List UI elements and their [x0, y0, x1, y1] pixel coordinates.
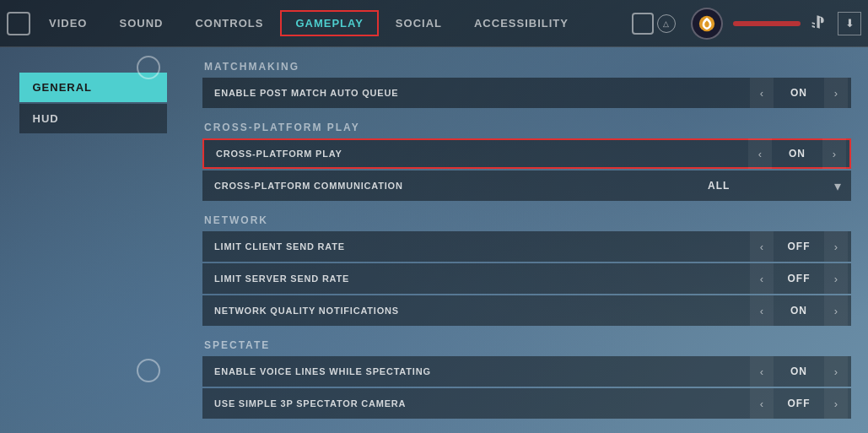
dropdown-arrow-cross-platform-communication[interactable]: ▾: [824, 170, 851, 201]
setting-label-limit-server-send-rate: LIMIT SERVER SEND RATE: [202, 273, 682, 284]
sidebar: GENERALHUD: [0, 47, 186, 433]
playstation-icon: [811, 14, 828, 34]
setting-label-enable-post-match-auto-queue: ENABLE POST MATCH AUTO QUEUE: [202, 88, 682, 98]
arrow-right-enable-voice-lines-while-spectating[interactable]: ›: [824, 356, 848, 387]
section-cross-platform-play: CROSS-PLATFORM PLAYCROSS-PLATFORM PLAY‹O…: [202, 122, 851, 201]
l1-badge[interactable]: [7, 12, 30, 35]
main-content: GENERALHUD MATCHMAKINGENABLE POST MATCH …: [0, 47, 868, 433]
setting-value-cross-platform-play: ON: [772, 148, 822, 160]
setting-control-limit-server-send-rate: ‹OFF›: [682, 263, 851, 294]
section-title-network: NETWORK: [202, 214, 851, 226]
nav-tab-sound[interactable]: SOUND: [104, 10, 178, 36]
setting-label-use-simple-3p-spectator-camera: USE SIMPLE 3P SPECTATOR CAMERA: [202, 398, 682, 409]
setting-value-cross-platform-communication: ALL: [682, 180, 824, 192]
nav-tab-gameplay[interactable]: GAMEPLAY: [280, 10, 378, 36]
setting-value-enable-post-match-auto-queue: ON: [774, 87, 824, 99]
section-title-matchmaking: MATCHMAKING: [202, 61, 851, 73]
arrow-right-limit-server-send-rate[interactable]: ›: [824, 263, 848, 294]
edit-button[interactable]: △: [657, 14, 681, 33]
arrow-right-limit-client-send-rate[interactable]: ›: [824, 231, 848, 262]
section-network: NETWORKLIMIT CLIENT SEND RATE‹OFF›LIMIT …: [202, 214, 851, 326]
nav-tab-accessibility[interactable]: ACCESSIBILITY: [459, 10, 584, 36]
setting-row-enable-voice-lines-while-spectating: ENABLE VOICE LINES WHILE SPECTATING‹ON›: [202, 356, 851, 387]
nav-tab-video[interactable]: VIDEO: [34, 10, 102, 36]
setting-row-cross-platform-play: CROSS-PLATFORM PLAY‹ON›: [202, 138, 851, 169]
arrow-right-cross-platform-play[interactable]: ›: [822, 138, 846, 169]
username-display: [733, 21, 801, 26]
section-title-cross-platform-play: CROSS-PLATFORM PLAY: [202, 122, 851, 133]
sidebar-item-hud[interactable]: HUD: [19, 104, 167, 133]
setting-label-network-quality-notifications: NETWORK QUALITY NOTIFICATIONS: [202, 306, 682, 316]
overwatch-logo: [691, 8, 723, 40]
setting-control-use-simple-3p-spectator-camera: ‹OFF›: [682, 388, 851, 419]
section-matchmaking: MATCHMAKINGENABLE POST MATCH AUTO QUEUE‹…: [202, 61, 851, 108]
arrow-left-use-simple-3p-spectator-camera[interactable]: ‹: [750, 388, 774, 419]
setting-label-cross-platform-play: CROSS-PLATFORM PLAY: [204, 149, 681, 159]
arrow-left-limit-server-send-rate[interactable]: ‹: [750, 263, 774, 294]
nav-right: △ ⬇: [657, 8, 861, 40]
setting-control-network-quality-notifications: ‹ON›: [682, 295, 851, 326]
setting-row-use-simple-3p-spectator-camera: USE SIMPLE 3P SPECTATOR CAMERA‹OFF›: [202, 388, 851, 419]
setting-row-limit-client-send-rate: LIMIT CLIENT SEND RATE‹OFF›: [202, 231, 851, 262]
setting-control-limit-client-send-rate: ‹OFF›: [682, 231, 851, 262]
setting-value-limit-server-send-rate: OFF: [774, 273, 824, 284]
download-icon[interactable]: ⬇: [838, 12, 861, 35]
setting-control-cross-platform-play: ‹ON›: [681, 138, 849, 169]
nav-bar: VIDEOSOUNDCONTROLSGAMEPLAYSOCIALACCESSIB…: [0, 0, 868, 47]
arrow-left-limit-client-send-rate[interactable]: ‹: [750, 231, 774, 262]
arrow-right-enable-post-match-auto-queue[interactable]: ›: [824, 78, 848, 108]
setting-value-network-quality-notifications: ON: [774, 305, 824, 317]
arrow-left-enable-voice-lines-while-spectating[interactable]: ‹: [750, 356, 774, 387]
triangle-icon: △: [657, 14, 676, 33]
setting-row-limit-server-send-rate: LIMIT SERVER SEND RATE‹OFF›: [202, 263, 851, 294]
setting-value-limit-client-send-rate: OFF: [774, 241, 824, 252]
setting-control-cross-platform-communication: ALL▾: [682, 170, 851, 201]
arrow-right-network-quality-notifications[interactable]: ›: [824, 295, 848, 326]
r1-badge[interactable]: [632, 13, 654, 35]
setting-row-enable-post-match-auto-queue: ENABLE POST MATCH AUTO QUEUE‹ON›: [202, 78, 851, 108]
l2-badge[interactable]: [137, 56, 160, 79]
nav-tab-social[interactable]: SOCIAL: [380, 10, 457, 36]
setting-control-enable-voice-lines-while-spectating: ‹ON›: [682, 356, 851, 387]
arrow-right-use-simple-3p-spectator-camera[interactable]: ›: [824, 388, 848, 419]
setting-value-enable-voice-lines-while-spectating: ON: [774, 365, 824, 377]
section-title-spectate: SPECTATE: [202, 339, 851, 351]
setting-value-use-simple-3p-spectator-camera: OFF: [774, 398, 824, 409]
setting-label-enable-voice-lines-while-spectating: ENABLE VOICE LINES WHILE SPECTATING: [202, 366, 682, 376]
nav-tab-controls[interactable]: CONTROLS: [180, 10, 278, 36]
settings-panel: MATCHMAKINGENABLE POST MATCH AUTO QUEUE‹…: [186, 47, 868, 433]
arrow-left-network-quality-notifications[interactable]: ‹: [750, 295, 774, 326]
section-spectate: SPECTATEENABLE VOICE LINES WHILE SPECTAT…: [202, 339, 851, 419]
setting-label-limit-client-send-rate: LIMIT CLIENT SEND RATE: [202, 241, 682, 252]
arrow-left-enable-post-match-auto-queue[interactable]: ‹: [750, 78, 774, 108]
r2-badge[interactable]: [137, 359, 160, 382]
setting-row-network-quality-notifications: NETWORK QUALITY NOTIFICATIONS‹ON›: [202, 295, 851, 326]
setting-label-cross-platform-communication: CROSS-PLATFORM COMMUNICATION: [202, 181, 682, 191]
nav-tabs: VIDEOSOUNDCONTROLSGAMEPLAYSOCIALACCESSIB…: [34, 10, 628, 36]
setting-row-cross-platform-communication: CROSS-PLATFORM COMMUNICATIONALL▾: [202, 170, 851, 201]
arrow-left-cross-platform-play[interactable]: ‹: [748, 138, 772, 169]
setting-control-enable-post-match-auto-queue: ‹ON›: [682, 78, 851, 108]
